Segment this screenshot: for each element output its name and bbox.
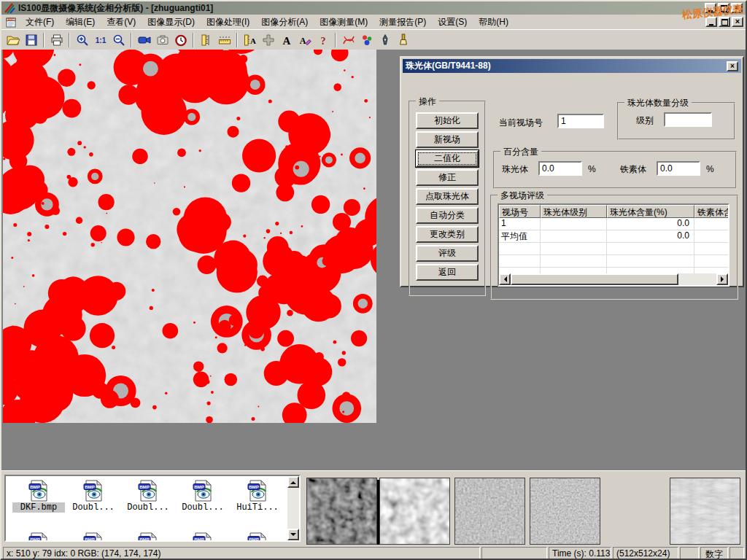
correct-button[interactable]: 修正 [416,169,479,186]
zoom-in-icon[interactable] [73,31,91,49]
actual-size-icon[interactable]: 1:1 [91,31,109,49]
minimize-button[interactable] [705,3,716,13]
table-row[interactable] [499,243,728,255]
menu-item-4[interactable]: 图像处理(I) [201,15,255,30]
multifield-table[interactable]: 视场号珠光体级别珠光体含量(%)铁素体含量(%) 10.0平均值0.0 [498,203,729,287]
menu-item-3[interactable]: 图像显示(D) [142,15,201,30]
text-label-icon[interactable]: A [277,31,295,49]
menu-item-7[interactable]: 测量报告(P) [374,15,432,30]
scroll-left-icon[interactable] [499,273,511,285]
thumbnail-1[interactable] [306,478,377,545]
snapshot-camera-icon[interactable] [153,31,171,49]
save-icon[interactable] [22,31,40,49]
pearlite-percent-input[interactable] [538,161,582,176]
restore-button[interactable] [718,3,729,13]
file-item[interactable]: BMP [122,532,174,542]
file-item[interactable]: BMP [67,532,120,542]
change-class-button[interactable]: 更改类别 [416,226,479,243]
ruler-icon[interactable] [215,31,233,49]
pearlite-dialog: 珠光体(GB/T9441-88) × 操作 初始化新视场二值化修正点取珠光体自动… [400,56,744,287]
scroll-down-icon[interactable] [287,529,299,540]
grade-button[interactable]: 评级 [416,245,479,262]
pen-tool-icon[interactable] [376,31,394,49]
svg-text:DOC: DOC [8,18,14,21]
operations-group-label: 操作 [416,96,439,108]
annotate-icon[interactable]: A [295,31,314,49]
help-icon[interactable]: ? [314,31,332,49]
file-item[interactable]: BMP [177,532,229,542]
table-row[interactable]: 10.0 [499,218,728,230]
zoom-out-icon[interactable] [109,31,128,49]
multifield-group-label: 多视场评级 [498,190,547,202]
dialog-close-icon[interactable]: × [727,61,738,71]
bottom-panel: BMPDKF.bmpBMPDoubl...BMPDoubl...BMPDoubl… [1,470,746,545]
scroll-thumb[interactable] [511,273,678,285]
table-cell [694,218,729,230]
dialog-title-bar[interactable]: 珠光体(GB/T9441-88) × [403,59,741,73]
close-button[interactable]: × [731,3,743,13]
file-item[interactable]: BMPDoubl... [177,479,229,513]
binarize-button[interactable]: 二值化 [416,150,479,167]
svg-text:1:1: 1:1 [95,36,106,44]
file-item[interactable]: BMPHuiTi... [231,479,284,513]
mdi-close-button[interactable]: × [732,17,743,27]
thumbnail-2[interactable] [379,478,450,545]
menu-item-0[interactable]: 文件(F) [20,15,60,30]
caliper-icon[interactable] [197,31,215,49]
classify-balls-icon[interactable]: a [357,31,376,49]
curve-tool-icon[interactable] [339,31,357,49]
thumbnail-5[interactable] [670,478,740,545]
table-row[interactable] [499,255,728,268]
timer-clock-icon[interactable] [171,31,190,49]
grade-input[interactable] [664,112,712,127]
menu-item-6[interactable]: 图像测量(M) [314,15,374,30]
status-empty-1 [481,547,547,559]
measure-text-icon[interactable]: A [241,31,259,49]
menu-items: 文件(F)编辑(E)查看(V)图像显示(D)图像处理(I)图像分析(A)图像测量… [20,15,514,30]
grading-group: 珠光体数量分级 级别 [617,102,735,140]
thumbnail-4[interactable] [530,478,600,545]
menu-item-5[interactable]: 图像分析(A) [255,15,314,30]
menu-item-9[interactable]: 帮助(H) [473,15,514,30]
status-bar: x: 510 y: 79 idx: 0 RGB: (174, 174, 174)… [1,545,746,560]
print-icon[interactable] [47,31,66,49]
file-list-vscrollbar[interactable] [287,476,299,540]
scroll-right-icon[interactable] [716,273,728,285]
initialize-button[interactable]: 初始化 [416,112,479,129]
open-folder-icon[interactable] [4,31,22,49]
return-button[interactable]: 返回 [416,264,479,281]
auto-classify-button[interactable]: 自动分类 [416,207,479,224]
file-item[interactable]: BMP [231,532,284,542]
mdi-minimize-button[interactable] [705,17,717,27]
table-col-2: 珠光体含量(%) [607,205,694,218]
toolbar-separator [236,33,238,47]
file-item[interactable]: BMPDoubl... [67,479,120,513]
micrograph-image[interactable] [3,50,376,423]
current-field-input[interactable] [557,114,604,128]
menu-item-8[interactable]: 设置(S) [432,15,473,30]
mdi-restore-button[interactable] [719,17,730,27]
grid-cross-icon[interactable] [259,31,277,49]
thumbnail-3[interactable] [454,478,525,545]
ferrite-percent-input[interactable] [657,161,700,176]
menu-item-2[interactable]: 查看(V) [101,15,142,30]
file-name: Doubl... [122,502,174,513]
table-hscrollbar[interactable] [499,273,728,285]
file-item[interactable]: BMPDKF.bmp [12,479,65,513]
status-empty-2 [680,547,699,559]
pearlite-unit: % [588,164,596,174]
table-row[interactable]: 平均值0.0 [499,230,728,243]
video-camera-icon[interactable] [135,31,153,49]
new-field-button[interactable]: 新视场 [416,131,479,148]
scroll-up-icon[interactable] [287,476,299,488]
svg-text:BMP: BMP [85,484,95,489]
menu-item-1[interactable]: 编辑(E) [60,15,101,30]
brush-tool-icon[interactable] [394,31,412,49]
file-browser: BMPDKF.bmpBMPDoubl...BMPDoubl...BMPDoubl… [4,475,301,542]
table-cell [607,243,694,254]
table-cell: 平均值 [499,230,541,242]
file-item[interactable]: BMPDoubl... [122,479,174,513]
file-item[interactable]: BMP [12,532,65,542]
document-icon[interactable]: DOC [5,16,18,28]
pick-pearlite-button[interactable]: 点取珠光体 [416,188,479,205]
